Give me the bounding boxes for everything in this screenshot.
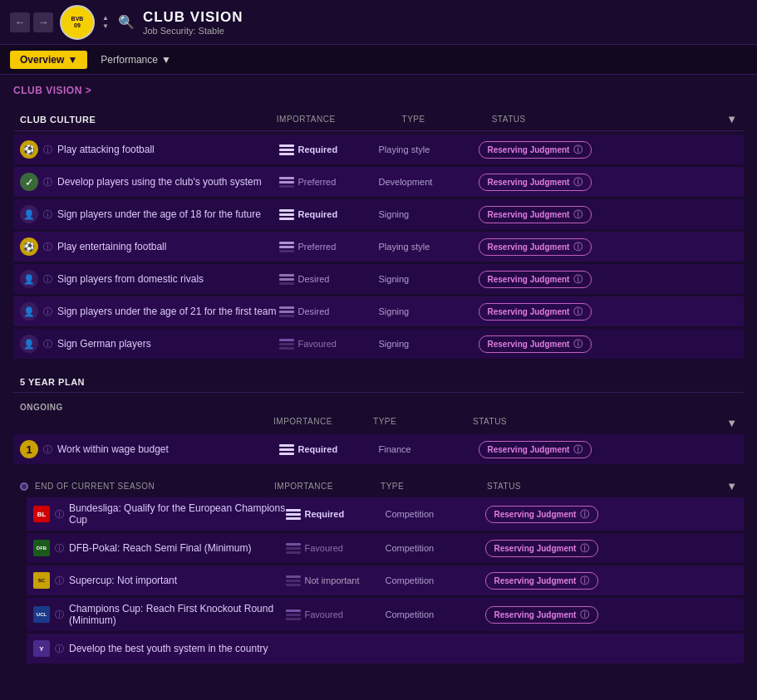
info-icon[interactable]: ⓘ: [43, 176, 52, 188]
status-badge[interactable]: Reserving Judgment ⓘ: [485, 540, 599, 557]
status-badge[interactable]: Reserving Judgment ⓘ: [485, 572, 599, 590]
ongoing-col-importance: IMPORTANCE: [273, 417, 373, 429]
row-text: Sign players from domestic rivals: [57, 273, 279, 285]
five-year-plan-title: 5 YEAR PLAN: [20, 377, 85, 387]
status-badge[interactable]: Reserving Judgment ⓘ: [485, 606, 599, 624]
row-importance: Required: [279, 144, 379, 155]
row-status: Reserving Judgment ⓘ: [479, 141, 738, 159]
info-icon[interactable]: ⓘ: [55, 575, 64, 587]
info-icon[interactable]: ⓘ: [43, 443, 52, 456]
importance-value: Favoured: [305, 543, 343, 553]
back-button[interactable]: ←: [10, 12, 30, 32]
row-icon-person: 👤: [20, 270, 38, 288]
info-icon[interactable]: ⓘ: [43, 273, 52, 286]
status-badge[interactable]: Reserving Judgment ⓘ: [479, 271, 592, 288]
row-text: Work within wage budget: [57, 443, 279, 455]
table-row: BL ⓘ Bundesliga: Qualify for the Europea…: [27, 497, 744, 531]
row-importance: Favoured: [279, 339, 379, 350]
row-status: Reserving Judgment ⓘ: [485, 572, 738, 590]
club-culture-collapse[interactable]: ▼: [726, 113, 737, 125]
table-row: DFB ⓘ DFB-Pokal: Reach Semi Final (Minim…: [27, 533, 744, 563]
info-icon[interactable]: ⓘ: [55, 542, 64, 555]
ongoing-col-status: STATUS: [473, 417, 726, 429]
table-row: ✓ ⓘ Develop players using the club's you…: [13, 167, 744, 197]
badge-nav: ▲ ▼: [101, 14, 110, 31]
badge-down[interactable]: ▼: [101, 22, 110, 31]
dot-indicator: [20, 482, 28, 491]
app-subtitle: Job Security: Stable: [143, 26, 243, 36]
row-importance: Preferred: [279, 242, 379, 252]
row-status: Reserving Judgment ⓘ: [479, 174, 738, 191]
info-icon[interactable]: ⓘ: [43, 306, 52, 318]
status-badge[interactable]: Reserving Judgment ⓘ: [479, 335, 592, 353]
row-status: Reserving Judgment ⓘ: [479, 206, 738, 223]
info-icon[interactable]: ⓘ: [55, 643, 64, 655]
importance-value: Required: [305, 509, 345, 519]
status-badge[interactable]: Reserving Judgment ⓘ: [479, 238, 592, 256]
status-badge[interactable]: Reserving Judgment ⓘ: [485, 506, 599, 523]
importance-value: Favoured: [305, 609, 343, 619]
status-badge[interactable]: Reserving Judgment ⓘ: [479, 303, 592, 321]
row-importance: Favoured: [286, 609, 386, 620]
ongoing-cols-header: IMPORTANCE TYPE STATUS ▼: [13, 415, 744, 431]
col-status-label: STATUS: [492, 115, 526, 124]
row-importance: Favoured: [286, 543, 386, 554]
row-importance: Required: [279, 209, 379, 220]
top-bar: ← → BVB09 ▲ ▼ 🔍 CLUB VISION Job Security…: [0, 0, 757, 45]
eos-col-status: STATUS: [487, 482, 720, 491]
tab-overview[interactable]: Overview ▼: [10, 51, 87, 69]
row-type: Competition: [386, 543, 485, 553]
row-icon-person: 👤: [20, 205, 38, 223]
badge-up[interactable]: ▲: [101, 14, 110, 22]
breadcrumb[interactable]: CLUB VISION >: [13, 85, 744, 96]
end-of-season-header: END OF CURRENT SEASON IMPORTANCE TYPE ST…: [13, 475, 744, 497]
info-icon[interactable]: ⓘ: [55, 609, 64, 621]
row-type: Playing style: [379, 144, 479, 154]
row-icon-ball: ⚽: [20, 140, 38, 159]
status-badge[interactable]: Reserving Judgment ⓘ: [479, 141, 592, 159]
info-icon[interactable]: ⓘ: [43, 241, 52, 253]
row-status: Reserving Judgment ⓘ: [479, 441, 738, 458]
tab-performance[interactable]: Performance ▼: [94, 51, 178, 69]
status-badge[interactable]: Reserving Judgment ⓘ: [479, 441, 592, 458]
info-icon[interactable]: ⓘ: [43, 338, 52, 350]
importance-value: Desired: [298, 306, 330, 316]
row-type: Finance: [379, 444, 479, 454]
status-badge[interactable]: Reserving Judgment ⓘ: [479, 206, 592, 223]
table-row: 1 ⓘ Work within wage budget Required Fin…: [13, 434, 744, 464]
forward-button[interactable]: →: [33, 12, 53, 32]
row-text: DFB-Pokal: Reach Semi Final (Minimum): [69, 542, 286, 554]
info-icon[interactable]: ⓘ: [55, 508, 64, 521]
row-text: Bundesliga: Qualify for the European Cha…: [69, 502, 286, 526]
info-icon[interactable]: ⓘ: [43, 144, 52, 156]
nav-tabs: Overview ▼ Performance ▼: [0, 45, 757, 75]
end-of-season-label: END OF CURRENT SEASON: [35, 482, 268, 491]
row-type: Signing: [379, 274, 479, 284]
dfb-icon: DFB: [33, 540, 50, 556]
row-text: Sign players under the age of 21 for the…: [57, 306, 279, 317]
row-type: Signing: [379, 209, 479, 219]
table-row: Y ⓘ Develop the best youth system in the…: [27, 634, 744, 663]
club-badge: BVB09: [60, 5, 95, 40]
nav-arrows: ← →: [10, 12, 53, 32]
bundesliga-icon: BL: [33, 506, 50, 522]
row-text: Supercup: Not important: [69, 575, 286, 586]
table-row: 👤 ⓘ Sign players under the age of 18 for…: [13, 199, 744, 229]
row-icon-ball2: ⚽: [20, 237, 38, 256]
row-text: Sign players under the age of 18 for the…: [57, 208, 279, 220]
status-badge[interactable]: Reserving Judgment ⓘ: [479, 174, 592, 191]
ongoing-col-type: TYPE: [373, 417, 473, 429]
search-button[interactable]: 🔍: [118, 14, 135, 30]
ongoing-collapse[interactable]: ▼: [726, 417, 737, 429]
info-icon[interactable]: ⓘ: [43, 208, 52, 221]
row-status: Reserving Judgment ⓘ: [479, 238, 738, 256]
row-importance: Preferred: [279, 177, 379, 188]
row-type: Competition: [386, 609, 485, 619]
row-type: Competition: [386, 575, 485, 585]
row-status: Reserving Judgment ⓘ: [479, 303, 738, 321]
row-text: Play entertaining football: [57, 241, 279, 252]
importance-value: Preferred: [298, 177, 337, 187]
table-row: 👤 ⓘ Sign players under the age of 21 for…: [13, 296, 744, 326]
row-icon-check: ✓: [20, 173, 38, 191]
eos-collapse[interactable]: ▼: [726, 480, 737, 492]
